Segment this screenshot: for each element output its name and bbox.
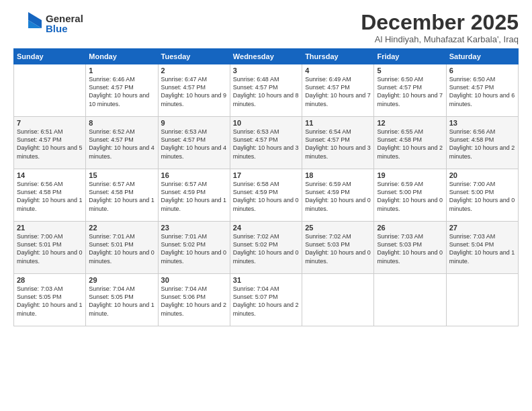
day-cell: 25Sunrise: 7:02 AMSunset: 5:03 PMDayligh… [302,222,374,274]
day-number: 25 [305,224,371,232]
calendar-header: Sunday Monday Tuesday Wednesday Thursday… [14,49,519,64]
week-row-2: 7Sunrise: 6:51 AMSunset: 4:57 PMDaylight… [14,117,519,169]
day-number: 30 [161,276,227,284]
day-cell: 31Sunrise: 7:04 AMSunset: 5:07 PMDayligh… [230,274,302,326]
day-cell: 30Sunrise: 7:04 AMSunset: 5:06 PMDayligh… [158,274,230,326]
day-info: Sunrise: 6:48 AMSunset: 4:57 PMDaylight:… [233,75,299,108]
day-cell: 28Sunrise: 7:03 AMSunset: 5:05 PMDayligh… [14,274,86,326]
week-row-3: 14Sunrise: 6:56 AMSunset: 4:58 PMDayligh… [14,169,519,222]
day-number: 2 [161,66,227,75]
logo-text: General Blue [46,13,83,34]
day-cell: 21Sunrise: 7:00 AMSunset: 5:01 PMDayligh… [14,222,86,274]
logo: General Blue [13,11,83,36]
day-cell: 4Sunrise: 6:49 AMSunset: 4:57 PMDaylight… [302,64,374,117]
week-row-4: 21Sunrise: 7:00 AMSunset: 5:01 PMDayligh… [14,222,519,274]
day-number: 17 [233,171,299,179]
day-number: 1 [89,66,154,75]
day-info: Sunrise: 7:04 AMSunset: 5:07 PMDaylight:… [233,285,299,318]
day-number: 21 [17,224,83,232]
day-cell: 3Sunrise: 6:48 AMSunset: 4:57 PMDaylight… [230,64,302,117]
day-number: 5 [377,66,443,75]
day-cell: 10Sunrise: 6:53 AMSunset: 4:57 PMDayligh… [230,117,302,169]
day-info: Sunrise: 6:51 AMSunset: 4:57 PMDaylight:… [17,128,83,161]
page: General Blue December 2025 Al Hindiyah, … [0,0,532,411]
day-info: Sunrise: 7:03 AMSunset: 5:03 PMDaylight:… [377,232,443,265]
day-info: Sunrise: 6:57 AMSunset: 4:59 PMDaylight:… [161,180,227,213]
day-info: Sunrise: 7:00 AMSunset: 5:01 PMDaylight:… [17,232,83,265]
week-row-1: 1Sunrise: 6:46 AMSunset: 4:57 PMDaylight… [14,64,519,117]
day-number: 29 [89,276,154,284]
day-info: Sunrise: 6:52 AMSunset: 4:57 PMDaylight:… [89,128,154,161]
day-cell: 14Sunrise: 6:56 AMSunset: 4:58 PMDayligh… [14,169,86,222]
day-info: Sunrise: 6:50 AMSunset: 4:57 PMDaylight:… [377,75,443,108]
day-cell [302,274,374,326]
day-cell: 29Sunrise: 7:04 AMSunset: 5:05 PMDayligh… [86,274,158,326]
day-info: Sunrise: 6:53 AMSunset: 4:57 PMDaylight:… [161,128,227,161]
col-wednesday: Wednesday [230,49,302,64]
day-number: 22 [89,224,154,232]
day-number: 31 [233,276,299,284]
day-info: Sunrise: 6:46 AMSunset: 4:57 PMDaylight:… [89,75,154,108]
day-cell: 26Sunrise: 7:03 AMSunset: 5:03 PMDayligh… [374,222,446,274]
day-number: 4 [305,66,371,75]
header-row: Sunday Monday Tuesday Wednesday Thursday… [14,49,519,64]
col-friday: Friday [374,49,446,64]
day-cell: 24Sunrise: 7:02 AMSunset: 5:02 PMDayligh… [230,222,302,274]
day-cell: 18Sunrise: 6:59 AMSunset: 4:59 PMDayligh… [302,169,374,222]
col-thursday: Thursday [302,49,374,64]
day-cell: 1Sunrise: 6:46 AMSunset: 4:57 PMDaylight… [86,64,158,117]
header: General Blue December 2025 Al Hindiyah, … [13,11,519,44]
day-number: 9 [161,119,227,127]
day-number: 18 [305,171,371,179]
day-cell: 13Sunrise: 6:56 AMSunset: 4:58 PMDayligh… [446,117,518,169]
day-cell: 19Sunrise: 6:59 AMSunset: 5:00 PMDayligh… [374,169,446,222]
day-cell: 9Sunrise: 6:53 AMSunset: 4:57 PMDaylight… [158,117,230,169]
day-info: Sunrise: 6:54 AMSunset: 4:57 PMDaylight:… [305,128,371,161]
day-number: 10 [233,119,299,127]
day-cell: 5Sunrise: 6:50 AMSunset: 4:57 PMDaylight… [374,64,446,117]
day-info: Sunrise: 6:56 AMSunset: 4:58 PMDaylight:… [449,128,515,161]
day-number: 19 [377,171,443,179]
day-number: 8 [89,119,154,127]
day-cell [14,64,86,117]
day-info: Sunrise: 6:58 AMSunset: 4:59 PMDaylight:… [233,180,299,213]
day-cell: 23Sunrise: 7:01 AMSunset: 5:02 PMDayligh… [158,222,230,274]
day-info: Sunrise: 6:59 AMSunset: 4:59 PMDaylight:… [305,180,371,213]
week-row-5: 28Sunrise: 7:03 AMSunset: 5:05 PMDayligh… [14,274,519,326]
day-info: Sunrise: 7:01 AMSunset: 5:02 PMDaylight:… [161,232,227,265]
day-cell [446,274,518,326]
day-info: Sunrise: 6:57 AMSunset: 4:58 PMDaylight:… [89,180,154,213]
day-cell: 27Sunrise: 7:03 AMSunset: 5:04 PMDayligh… [446,222,518,274]
day-cell: 2Sunrise: 6:47 AMSunset: 4:57 PMDaylight… [158,64,230,117]
logo-general: General [46,13,83,24]
day-cell: 8Sunrise: 6:52 AMSunset: 4:57 PMDaylight… [86,117,158,169]
day-number: 23 [161,224,227,232]
day-info: Sunrise: 7:02 AMSunset: 5:03 PMDaylight:… [305,232,371,265]
day-info: Sunrise: 6:55 AMSunset: 4:58 PMDaylight:… [377,128,443,161]
day-cell: 20Sunrise: 7:00 AMSunset: 5:00 PMDayligh… [446,169,518,222]
day-number: 20 [449,171,515,179]
col-monday: Monday [86,49,158,64]
col-tuesday: Tuesday [158,49,230,64]
title-block: December 2025 Al Hindiyah, Muhafazat Kar… [361,11,519,44]
day-number: 7 [17,119,83,127]
day-number: 3 [233,66,299,75]
day-cell: 7Sunrise: 6:51 AMSunset: 4:57 PMDaylight… [14,117,86,169]
day-number: 15 [89,171,154,179]
day-info: Sunrise: 6:53 AMSunset: 4:57 PMDaylight:… [233,128,299,161]
day-cell: 17Sunrise: 6:58 AMSunset: 4:59 PMDayligh… [230,169,302,222]
day-info: Sunrise: 7:00 AMSunset: 5:00 PMDaylight:… [449,180,515,213]
day-info: Sunrise: 7:02 AMSunset: 5:02 PMDaylight:… [233,232,299,265]
day-info: Sunrise: 6:59 AMSunset: 5:00 PMDaylight:… [377,180,443,213]
day-info: Sunrise: 6:56 AMSunset: 4:58 PMDaylight:… [17,180,83,213]
day-number: 28 [17,276,83,284]
month-title: December 2025 [361,11,519,34]
day-number: 26 [377,224,443,232]
day-cell [374,274,446,326]
col-sunday: Sunday [14,49,86,64]
day-info: Sunrise: 6:47 AMSunset: 4:57 PMDaylight:… [161,75,227,108]
day-number: 14 [17,171,83,179]
day-info: Sunrise: 6:50 AMSunset: 4:57 PMDaylight:… [449,75,515,108]
day-number: 16 [161,171,227,179]
logo-icon [13,11,43,36]
